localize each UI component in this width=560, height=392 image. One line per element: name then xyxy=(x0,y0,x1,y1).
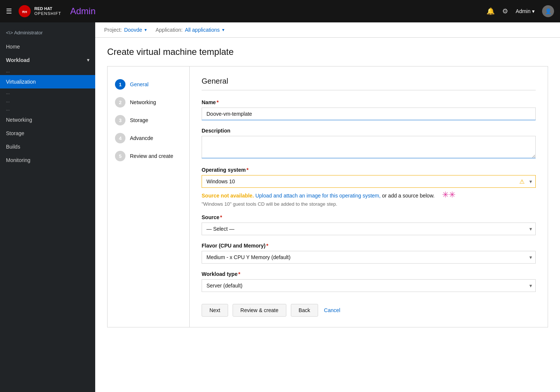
brand-text: RED HAT OPENSHIFT xyxy=(34,6,61,16)
avatar[interactable]: 👤 xyxy=(542,5,554,17)
sidebar-admin-label: <\> Administrator xyxy=(0,25,95,40)
sidebar-storage-label: Storage xyxy=(6,130,24,136)
source-hint: "Windows 10" guest tools CD will be adde… xyxy=(202,201,536,207)
user-menu[interactable]: Admin ▾ xyxy=(516,8,535,14)
source-warning-link[interactable]: Upload and attach an image for this oper… xyxy=(255,193,380,199)
flavor-label: Flavor (CPU and Memory)* xyxy=(202,243,536,249)
flavor-field-group: Flavor (CPU and Memory)* Medium - x CPU … xyxy=(202,243,536,264)
sidebar: <\> Administrator Home Workload ▾ ... Vi… xyxy=(0,22,95,392)
sidebar-item-monitoring[interactable]: Monitoring xyxy=(0,153,95,167)
page-title: Create virtual machine template xyxy=(107,47,548,57)
review-create-button[interactable]: Review & create xyxy=(233,304,286,317)
wizard: 1 General 2 Networking 3 Storage 4 Advan… xyxy=(107,66,548,327)
os-required: * xyxy=(246,167,248,173)
page-content: Create virtual machine template 1 Genera… xyxy=(95,38,560,336)
source-required: * xyxy=(220,214,222,220)
cancel-button[interactable]: Cancel xyxy=(323,304,342,316)
workload-field-group: Workload type* Server (default) ▾ xyxy=(202,271,536,292)
flavor-select[interactable]: Medium - x CPU Y Memory (default) xyxy=(202,251,536,264)
sidebar-item-home[interactable]: Home xyxy=(0,40,95,53)
sidebar-virtualization-label: Virtualization xyxy=(6,79,36,85)
wizard-step-3[interactable]: 3 Storage xyxy=(108,111,189,129)
project-value: Doovde xyxy=(124,27,142,33)
wizard-body: General Name* Description xyxy=(190,66,548,327)
sidebar-item-workload[interactable]: Workload ▾ xyxy=(0,53,95,67)
description-input[interactable] xyxy=(202,136,536,158)
step-1-label: General xyxy=(130,81,149,87)
source-label: Source* xyxy=(202,214,536,220)
wizard-step-1[interactable]: 1 General xyxy=(108,75,189,93)
source-field-group: Source* — Select — ▾ xyxy=(202,214,536,235)
project-label: Project: xyxy=(104,27,122,33)
sidebar-dots-1: ... xyxy=(0,67,95,75)
os-select-wrapper: Windows 10 ⚠ ▾ xyxy=(202,175,536,188)
sidebar-dots-3: ... xyxy=(0,97,95,105)
top-navigation: ☰ RH RED HAT OPENSHIFT Admin 🔔 ⚙ Admin ▾… xyxy=(0,0,560,22)
next-button[interactable]: Next xyxy=(202,304,228,317)
cursor-sparkle: ✳✳ xyxy=(442,190,455,200)
sidebar-workload-label: Workload xyxy=(6,57,30,63)
step-3-number: 3 xyxy=(115,115,125,125)
os-select[interactable]: Windows 10 xyxy=(202,175,536,188)
wizard-nav: 1 General 2 Networking 3 Storage 4 Advan… xyxy=(108,66,190,327)
step-3-label: Storage xyxy=(130,117,148,123)
step-4-label: Advancde xyxy=(130,135,153,141)
source-select[interactable]: — Select — xyxy=(202,223,536,235)
os-warning-icon: ⚠ xyxy=(519,178,525,185)
back-button[interactable]: Back xyxy=(291,304,318,317)
description-label: Description xyxy=(202,128,536,134)
app-title: Admin xyxy=(70,6,480,16)
step-2-label: Networking xyxy=(130,99,156,105)
wizard-section-title: General xyxy=(202,77,536,90)
workload-label: Workload type* xyxy=(202,271,536,277)
settings-icon[interactable]: ⚙ xyxy=(502,7,508,15)
user-label: Admin xyxy=(516,8,531,14)
wizard-step-4[interactable]: 4 Advancde xyxy=(108,129,189,147)
sparkle-icon: ✳✳ xyxy=(442,190,455,199)
user-chevron-icon: ▾ xyxy=(532,8,535,14)
source-warning: Source not available. Upload and attach … xyxy=(202,190,536,200)
description-field-group: Description xyxy=(202,128,536,159)
sidebar-builds-label: Builds xyxy=(6,144,20,150)
name-required: * xyxy=(217,99,218,105)
wizard-step-2[interactable]: 2 Networking xyxy=(108,93,189,111)
sidebar-item-builds[interactable]: Builds xyxy=(0,140,95,153)
workload-required: * xyxy=(238,271,240,277)
redhat-logo-icon: RH xyxy=(18,4,31,18)
name-input[interactable] xyxy=(202,108,536,120)
wizard-actions: Next Review & create Back Cancel xyxy=(202,304,536,317)
sidebar-item-networking[interactable]: Networking xyxy=(0,113,95,127)
step-5-label: Review and create xyxy=(130,153,173,159)
main-content: Project: Doovde ▾ Application: All appli… xyxy=(95,22,560,392)
svg-text:RH: RH xyxy=(22,10,27,14)
workload-select-wrapper: Server (default) ▾ xyxy=(202,279,536,292)
wizard-step-5[interactable]: 5 Review and create xyxy=(108,147,189,165)
sidebar-item-storage[interactable]: Storage xyxy=(0,127,95,140)
application-selector[interactable]: Application: All applications ▾ xyxy=(156,27,224,33)
project-bar: Project: Doovde ▾ Application: All appli… xyxy=(95,22,560,38)
sidebar-item-virtualization[interactable]: Virtualization xyxy=(0,75,95,88)
step-2-number: 2 xyxy=(115,97,125,108)
source-select-wrapper: — Select — ▾ xyxy=(202,223,536,235)
project-selector[interactable]: Project: Doovde ▾ xyxy=(104,27,147,33)
logo: RH RED HAT OPENSHIFT xyxy=(18,4,61,18)
topnav-actions: 🔔 ⚙ Admin ▾ 👤 xyxy=(486,5,554,17)
name-label: Name* xyxy=(202,99,536,105)
workload-chevron-icon: ▾ xyxy=(87,57,89,63)
os-label: Operating system* xyxy=(202,167,536,173)
notification-icon[interactable]: 🔔 xyxy=(486,7,495,15)
application-dropdown-icon: ▾ xyxy=(222,27,224,32)
name-field-group: Name* xyxy=(202,99,536,120)
project-dropdown-icon: ▾ xyxy=(144,27,147,32)
source-warning-rest: or add a source below. xyxy=(382,193,435,199)
sidebar-home-label: Home xyxy=(6,44,20,50)
os-field-group: Operating system* Windows 10 ⚠ ▾ Source … xyxy=(202,167,536,207)
hamburger-menu[interactable]: ☰ xyxy=(6,7,12,15)
step-5-number: 5 xyxy=(115,151,125,161)
application-value: All applications xyxy=(185,27,220,33)
application-label: Application: xyxy=(156,27,183,33)
step-4-number: 4 xyxy=(115,133,125,143)
flavor-required: * xyxy=(266,243,268,249)
flavor-select-wrapper: Medium - x CPU Y Memory (default) ▾ xyxy=(202,251,536,264)
workload-select[interactable]: Server (default) xyxy=(202,279,536,292)
